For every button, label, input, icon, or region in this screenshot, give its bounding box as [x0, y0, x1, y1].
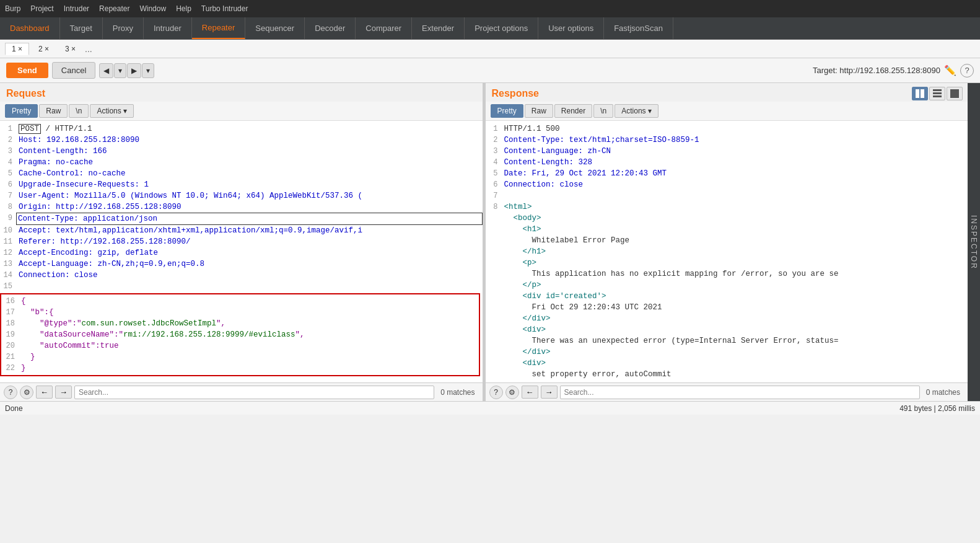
response-newline-btn[interactable]: \n [593, 104, 613, 118]
response-prev-arrow[interactable]: ← [522, 386, 538, 399]
svg-rect-3 [933, 92, 942, 94]
code-line: 11 Referer: http://192.168.255.128:8090/ [0, 236, 483, 247]
code-line: 6 Connection: close [486, 179, 968, 190]
request-prev-arrow[interactable]: ← [36, 386, 53, 399]
code-line: 13 Accept-Language: zh-CN,zh;q=0.9,en;q=… [0, 258, 483, 270]
code-line: </h1> [486, 246, 968, 257]
request-bottom-bar: ? ⚙ ← → 0 matches [0, 382, 483, 401]
code-line: 2 Host: 192.168.255.128:8090 [0, 135, 483, 146]
tab-user-options[interactable]: User options [538, 17, 604, 39]
menu-turbo-intruder[interactable]: Turbo Intruder [201, 4, 248, 13]
code-line: 21 } [2, 351, 478, 363]
request-code-area[interactable]: 1 POST / HTTP/1.1 2 Host: 192.168.255.12… [0, 121, 483, 382]
menu-repeater[interactable]: Repeater [99, 4, 129, 13]
sub-tab-dots[interactable]: ... [85, 44, 92, 54]
tab-decoder[interactable]: Decoder [305, 17, 356, 39]
menu-help[interactable]: Help [176, 4, 191, 13]
sub-tab-bar: 1 × 2 × 3 × ... [0, 40, 980, 58]
send-button[interactable]: Send [6, 63, 48, 78]
cancel-button[interactable]: Cancel [52, 62, 95, 79]
status-bar: Done 491 bytes | 2,056 millis [0, 401, 980, 415]
code-line: 4 Pragma: no-cache [0, 157, 483, 168]
tab-proxy[interactable]: Proxy [103, 17, 144, 39]
code-line: 3 Content-Language: zh-CN [486, 146, 968, 157]
response-format-bar: Pretty Raw Render \n Actions ▾ [486, 102, 968, 121]
code-line: <div> [486, 358, 968, 369]
code-line: 8 Origin: http://192.168.255.128:8090 [0, 201, 483, 213]
status-left: Done [5, 404, 23, 413]
response-title: Response [486, 83, 545, 102]
tab-comparer[interactable]: Comparer [356, 17, 412, 39]
help-button[interactable]: ? [960, 64, 974, 77]
edit-target-button[interactable]: ✏️ [944, 64, 956, 76]
response-code-area[interactable]: 1 HTTP/1.1 500 2 Content-Type: text/html… [486, 121, 968, 382]
request-pretty-btn[interactable]: Pretty [5, 104, 38, 118]
tab-project-options[interactable]: Project options [465, 17, 538, 39]
response-search-input[interactable] [560, 386, 920, 399]
code-line: 4 Content-Length: 328 [486, 157, 968, 168]
menu-project[interactable]: Project [30, 4, 53, 13]
view-list-btn[interactable] [929, 87, 945, 100]
code-line: 5 Cache-Control: no-cache [0, 168, 483, 179]
tab-sequencer[interactable]: Sequencer [245, 17, 305, 39]
request-next-arrow[interactable]: → [55, 386, 72, 399]
request-help-icon[interactable]: ? [4, 386, 17, 399]
response-settings-icon[interactable]: ⚙ [505, 386, 519, 399]
code-line: 10 Accept: text/html,application/xhtml+x… [0, 225, 483, 236]
code-line: 22 } [2, 363, 478, 374]
view-block-btn[interactable] [947, 87, 963, 100]
code-line: 18 "@type":"com.sun.rowset.JdbcRowSetImp… [2, 318, 478, 329]
svg-rect-5 [950, 89, 959, 98]
code-line: 1 POST / HTTP/1.1 [0, 123, 483, 135]
code-line: Fri Oct 29 12:20:43 UTC 2021 [486, 302, 968, 313]
request-panel: Request Pretty Raw \n Actions ▾ 1 POST /… [0, 83, 483, 401]
request-raw-btn[interactable]: Raw [39, 104, 68, 118]
nav-prev-dropdown[interactable]: ▾ [114, 63, 126, 78]
code-line: This application has no explicit mapping… [486, 268, 968, 280]
response-render-btn[interactable]: Render [554, 104, 592, 118]
view-split-btn[interactable] [912, 87, 928, 100]
response-actions-btn[interactable]: Actions ▾ [615, 104, 658, 118]
code-line: </p> [486, 280, 968, 291]
tab-fastjsonscan[interactable]: FastjsonScan [604, 17, 673, 39]
tab-repeater[interactable]: Repeater [192, 17, 245, 39]
tab-intruder[interactable]: Intruder [144, 17, 192, 39]
svg-rect-1 [921, 89, 924, 98]
code-line: 6 Upgrade-Insecure-Requests: 1 [0, 179, 483, 190]
request-settings-icon[interactable]: ⚙ [20, 386, 33, 399]
sub-tab-2[interactable]: 2 × [32, 43, 56, 55]
code-line: 7 [486, 190, 968, 201]
code-line: 5 Date: Fri, 29 Oct 2021 12:20:43 GMT [486, 168, 968, 179]
code-line: <div id='created'> [486, 291, 968, 302]
tab-target[interactable]: Target [60, 17, 103, 39]
code-line: 12 Accept-Encoding: gzip, deflate [0, 247, 483, 258]
nav-next-dropdown[interactable]: ▾ [142, 63, 154, 78]
response-raw-btn[interactable]: Raw [525, 104, 553, 118]
request-matches: 0 matches [437, 388, 478, 397]
tab-bar: Dashboard Target Proxy Intruder Repeater… [0, 17, 980, 40]
response-pretty-btn[interactable]: Pretty [491, 104, 523, 118]
response-header-row: Response [486, 83, 968, 102]
code-line: 3 Content-Length: 166 [0, 146, 483, 157]
request-newline-btn[interactable]: \n [69, 104, 89, 118]
target-info: Target: http://192.168.255.128:8090 ✏️ ? [813, 64, 974, 77]
menu-intruder[interactable]: Intruder [64, 4, 89, 13]
response-next-arrow[interactable]: → [541, 386, 558, 399]
code-line: <p> [486, 257, 968, 268]
sub-tab-1[interactable]: 1 × [5, 43, 29, 55]
nav-prev-button[interactable]: ◀ [99, 63, 113, 78]
response-help-icon[interactable]: ? [489, 386, 503, 399]
menu-burp[interactable]: Burp [5, 4, 20, 13]
code-line: 19 "dataSourceName":"rmi://192.168.255.1… [2, 329, 478, 340]
request-actions-btn[interactable]: Actions ▾ [90, 104, 134, 118]
nav-next-button[interactable]: ▶ [127, 63, 141, 78]
tab-dashboard[interactable]: Dashboard [0, 17, 60, 39]
inspector-sidebar[interactable]: INSPECTOR [968, 83, 980, 401]
request-search-input[interactable] [74, 386, 434, 399]
sub-tab-3[interactable]: 3 × [58, 43, 82, 55]
tab-extender[interactable]: Extender [412, 17, 465, 39]
svg-rect-2 [933, 89, 942, 91]
code-line: <div> [486, 324, 968, 335]
code-line: set property error, autoCommit [486, 369, 968, 380]
menu-window[interactable]: Window [139, 4, 166, 13]
